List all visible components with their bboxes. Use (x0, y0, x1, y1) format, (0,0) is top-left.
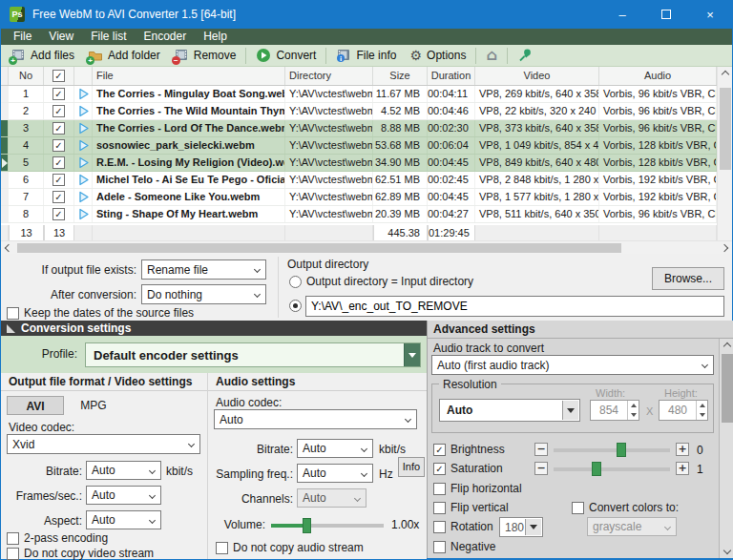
play-icon[interactable] (74, 86, 93, 102)
flip-horizontal-checkbox[interactable]: Flip horizontal (433, 482, 522, 495)
video-bitrate-combo[interactable]: Auto (86, 461, 161, 480)
add-folder-button[interactable]: + Add folder (81, 46, 167, 65)
row-checkbox[interactable]: ✓ (52, 88, 65, 100)
volume-slider[interactable] (271, 524, 384, 528)
menu-file-list[interactable]: File list (82, 29, 135, 45)
checkbox-checked[interactable]: ✓ (433, 463, 446, 475)
tab-avi[interactable]: AVI (7, 396, 64, 415)
header-audio[interactable]: Audio (599, 67, 717, 85)
scroll-down-arrow[interactable] (720, 543, 733, 558)
height-spinner[interactable]: 480 (659, 400, 708, 421)
horizontal-scroll-thumb[interactable] (17, 243, 621, 253)
menu-view[interactable]: View (40, 29, 82, 45)
no-copy-audio-checkbox[interactable]: Do not copy audio stream (216, 541, 364, 554)
play-icon[interactable] (74, 189, 93, 205)
brightness-plus-button[interactable]: + (676, 443, 689, 456)
channels-combo[interactable]: Auto (297, 488, 366, 508)
spin-down[interactable] (628, 410, 639, 420)
home-button[interactable]: ⌂ (479, 46, 503, 65)
header-video[interactable]: Video (475, 67, 599, 85)
volume-slider-thumb[interactable] (303, 518, 311, 533)
row-checkbox[interactable]: ✓ (52, 156, 65, 169)
dropdown-button[interactable] (525, 519, 541, 535)
header-duration[interactable]: Duration (428, 67, 475, 85)
checkbox[interactable] (216, 542, 228, 554)
no-copy-video-checkbox[interactable]: Do not copy video stream (7, 547, 154, 560)
table-horizontal-scrollbar[interactable] (1, 240, 732, 254)
output-path-input[interactable] (305, 296, 724, 317)
vertical-scroll-thumb[interactable] (722, 354, 733, 423)
saturation-minus-button[interactable]: − (534, 462, 548, 475)
header-size[interactable]: Size (373, 67, 428, 85)
two-pass-checkbox[interactable]: 2-pass encoding (7, 531, 108, 545)
brightness-slider-thumb[interactable] (617, 443, 626, 457)
fps-combo[interactable]: Auto (86, 486, 161, 505)
table-row-focused[interactable]: 5 ✓ R.E.M. - Losing My Religion (Video).… (1, 155, 717, 172)
browse-button[interactable]: Browse... (652, 267, 724, 290)
table-row-selected[interactable]: 4 ✓ sosnowiec_park_sielecki.webm Y:\AV\v… (1, 137, 717, 155)
radio-button[interactable] (289, 276, 302, 288)
same-directory-radio[interactable]: Output directory = Input directory (289, 275, 473, 288)
checkbox-checked[interactable]: ✓ (433, 444, 446, 456)
info-button[interactable]: Info (398, 457, 425, 477)
spin-up[interactable] (628, 401, 639, 410)
menu-encoder[interactable]: Encoder (135, 29, 195, 45)
profile-combo[interactable]: Default encoder settings (85, 342, 421, 367)
radio-button-selected[interactable] (289, 300, 302, 312)
rotation-combo[interactable]: 180 (499, 517, 543, 537)
video-codec-combo[interactable]: Xvid (7, 434, 200, 454)
brightness-checkbox[interactable]: ✓ Brightness (433, 443, 505, 456)
custom-directory-radio[interactable] (289, 300, 302, 312)
header-directory[interactable]: Directory (285, 67, 373, 85)
minimize-button[interactable]: – (600, 0, 644, 29)
spin-up[interactable] (697, 401, 707, 410)
play-icon[interactable] (74, 137, 93, 154)
checkbox[interactable] (433, 541, 446, 553)
add-files-button[interactable]: + Add files (4, 46, 81, 65)
checkbox[interactable] (7, 548, 19, 560)
header-no[interactable]: No (9, 67, 44, 85)
play-icon[interactable] (74, 206, 93, 222)
play-icon[interactable] (74, 103, 93, 119)
table-row[interactable]: 2 ✓ The Corries - The Wild Mountain Thym… (1, 103, 717, 120)
audio-codec-combo[interactable]: Auto (214, 409, 417, 429)
menu-help[interactable]: Help (195, 29, 236, 45)
table-row-selected[interactable]: 3 ✓ The Corries - Lord Of The Dance.webm… (1, 120, 717, 137)
conversion-settings-bar[interactable]: Conversion settings (1, 321, 427, 336)
remove-button[interactable]: − Remove (167, 46, 243, 65)
vertical-scroll-thumb[interactable] (720, 88, 731, 170)
resolution-combo[interactable]: Auto (439, 399, 580, 422)
checkbox[interactable] (433, 502, 446, 514)
row-checkbox[interactable]: ✓ (52, 139, 65, 152)
after-conversion-combo[interactable]: Do nothing (141, 284, 266, 304)
flip-vertical-checkbox[interactable]: Flip vertical (433, 501, 509, 514)
play-icon[interactable] (74, 155, 93, 171)
table-row[interactable]: 1 ✓ The Corries - Mingulay Boat Song.web… (1, 86, 717, 103)
convert-colors-checkbox[interactable]: Convert colors to: (572, 501, 679, 514)
row-checkbox[interactable]: ✓ (52, 105, 65, 117)
aspect-combo[interactable]: Auto (86, 510, 161, 529)
options-button[interactable]: ⚙ Options (403, 46, 472, 65)
row-checkbox[interactable]: ✓ (52, 174, 65, 186)
row-checkbox[interactable]: ✓ (52, 191, 65, 203)
menu-file[interactable]: File (5, 29, 40, 45)
brightness-slider[interactable] (554, 448, 670, 452)
tab-mpg[interactable]: MPG (65, 396, 122, 415)
maximize-button[interactable] (644, 0, 688, 29)
checkbox[interactable] (572, 502, 584, 514)
play-icon[interactable] (74, 120, 93, 136)
checkbox[interactable] (433, 521, 446, 533)
profile-dropdown-button[interactable] (404, 343, 420, 366)
table-row[interactable]: 8 ✓ Sting - Shape Of My Heart.webm Y:\AV… (1, 206, 717, 223)
saturation-plus-button[interactable]: + (676, 462, 689, 475)
rotation-checkbox[interactable]: Rotation (433, 520, 493, 533)
header-file[interactable]: File (93, 67, 285, 85)
convert-button[interactable]: Convert (249, 46, 323, 65)
audio-bitrate-combo[interactable]: Auto (297, 439, 373, 458)
if-exists-combo[interactable]: Rename file (141, 259, 266, 280)
convert-colors-combo[interactable]: grayscale (587, 517, 677, 536)
header-checkbox-cell[interactable]: ✓ (44, 67, 74, 85)
play-icon[interactable] (74, 172, 93, 188)
dropdown-button[interactable] (562, 401, 578, 420)
keep-dates-checkbox[interactable]: Keep the dates of the source files (7, 306, 194, 320)
